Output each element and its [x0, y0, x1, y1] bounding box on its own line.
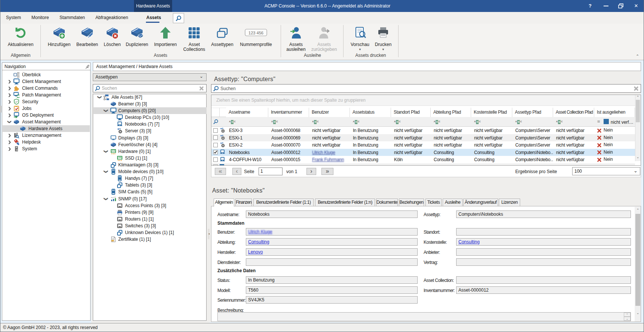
svg-text:123 456: 123 456: [248, 31, 263, 35]
